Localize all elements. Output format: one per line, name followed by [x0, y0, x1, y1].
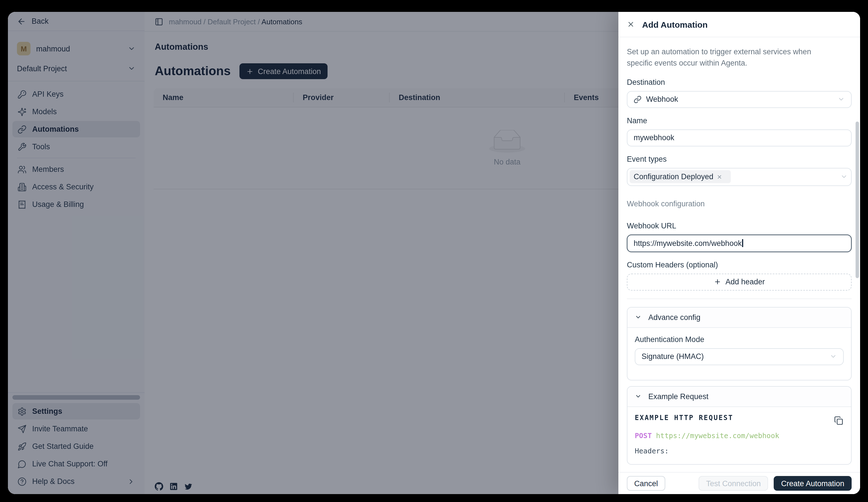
- link-icon: [634, 95, 642, 103]
- add-header-label: Add header: [725, 278, 765, 286]
- webhook-url-value: https://mywebsite.com/webhook: [634, 239, 742, 247]
- modal-overlay[interactable]: [8, 12, 618, 494]
- chevron-down-icon: [635, 314, 642, 321]
- chevron-down-icon: [635, 393, 642, 400]
- chevron-down-icon: [830, 353, 837, 360]
- destination-select[interactable]: Webhook: [627, 91, 851, 108]
- event-type-tag: Configuration Deployed: [630, 170, 731, 183]
- add-automation-drawer: Add Automation Set up an automation to t…: [618, 12, 860, 494]
- example-request-header[interactable]: Example Request: [628, 386, 851, 406]
- drawer-footer: Cancel Test Connection Create Automation: [618, 472, 860, 494]
- example-request-title: Example Request: [648, 392, 709, 401]
- http-method: POST: [635, 431, 652, 440]
- drawer-body: Set up an automation to trigger external…: [618, 37, 860, 472]
- name-label: Name: [627, 116, 851, 125]
- event-types-select[interactable]: Configuration Deployed: [627, 168, 851, 186]
- example-request-body: EXAMPLE HTTP REQUEST POST https://mywebs…: [628, 406, 851, 464]
- auth-mode-select[interactable]: Signature (HMAC): [635, 348, 844, 365]
- webhook-url-input[interactable]: https://mywebsite.com/webhook: [627, 234, 851, 252]
- example-code-line: POST https://mywebsite.com/webhook: [635, 431, 844, 440]
- advance-config-title: Advance config: [648, 313, 701, 321]
- test-connection-button[interactable]: Test Connection: [699, 476, 768, 491]
- custom-headers-label: Custom Headers (optional): [627, 260, 851, 269]
- chevron-down-icon: [840, 173, 848, 180]
- tag-close-icon[interactable]: [717, 174, 722, 180]
- create-automation-submit-button[interactable]: Create Automation: [774, 476, 851, 491]
- drawer-header: Add Automation: [618, 12, 860, 37]
- plus-icon: [714, 278, 721, 285]
- name-value: mywebhook: [634, 133, 674, 142]
- auth-mode-label: Authentication Mode: [635, 335, 844, 343]
- event-type-tag-label: Configuration Deployed: [634, 172, 713, 181]
- advance-config-panel: Advance config Authentication Mode Signa…: [627, 307, 851, 380]
- destination-value: Webhook: [646, 95, 678, 103]
- copy-icon[interactable]: [834, 416, 843, 425]
- app-window: Back M mahmoud Default Project: [8, 12, 860, 494]
- advance-config-header[interactable]: Advance config: [628, 307, 851, 327]
- text-cursor: [742, 239, 743, 247]
- cancel-button[interactable]: Cancel: [627, 476, 665, 491]
- example-request-panel: Example Request EXAMPLE HTTP REQUEST POS…: [627, 386, 851, 464]
- auth-mode-value: Signature (HMAC): [642, 352, 704, 361]
- example-caption: EXAMPLE HTTP REQUEST: [635, 413, 844, 421]
- add-header-button[interactable]: Add header: [627, 273, 851, 290]
- event-types-label: Event types: [627, 154, 851, 163]
- example-clipped-line: Headers:: [635, 446, 844, 455]
- screen: Back M mahmoud Default Project: [0, 0, 868, 502]
- webhook-url-label: Webhook URL: [627, 221, 851, 230]
- name-input[interactable]: mywebhook: [627, 129, 851, 146]
- destination-label: Destination: [627, 78, 851, 86]
- drawer-title: Add Automation: [642, 20, 707, 29]
- drawer-scrollbar[interactable]: [856, 122, 859, 278]
- webhook-config-heading: Webhook configuration: [627, 199, 851, 208]
- divider: [627, 298, 851, 299]
- chevron-down-icon: [837, 96, 845, 103]
- http-url: https://mywebsite.com/webhook: [656, 431, 779, 440]
- drawer-description: Set up an automation to trigger external…: [627, 46, 836, 69]
- advance-config-body: Authentication Mode Signature (HMAC): [628, 327, 851, 380]
- close-icon[interactable]: [627, 20, 635, 28]
